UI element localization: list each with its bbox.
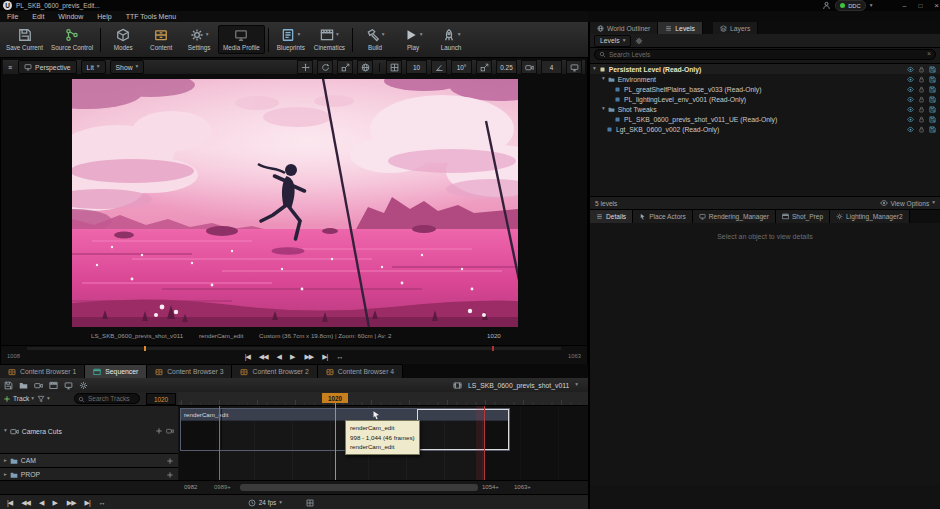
grid-snap-button[interactable] <box>386 60 402 74</box>
camera-speed-value[interactable]: 4 <box>541 60 562 74</box>
level-row-shot-tweaks[interactable]: ▾ Shot Tweaks <box>590 104 940 114</box>
seq-settings-icon[interactable] <box>79 381 88 390</box>
build-button[interactable]: ▾ Build <box>356 26 394 53</box>
scale-snap-button[interactable] <box>476 60 492 74</box>
vp-fast-back-button[interactable]: ◀◀ <box>257 352 270 361</box>
seq-loop-button[interactable]: ↔ <box>97 498 108 507</box>
viewport-options-icon[interactable]: ≡ <box>6 63 14 72</box>
lock-icon[interactable] <box>918 66 925 73</box>
save-level-icon[interactable] <box>929 86 936 93</box>
seq-save-icon[interactable] <box>4 381 13 390</box>
ddc-badge[interactable]: DDC <box>835 0 866 11</box>
expand-icon[interactable]: ▾ <box>602 106 605 112</box>
levels-search-input[interactable] <box>594 49 936 60</box>
save-level-icon[interactable] <box>929 126 936 133</box>
track-row-cam[interactable]: ▸ CAM <box>0 453 178 468</box>
play-button[interactable]: ▾ Play <box>394 26 432 53</box>
vp-loop-button[interactable]: ↔ <box>334 352 345 361</box>
vp-step-back-button[interactable]: ◀ <box>275 352 283 361</box>
visibility-icon[interactable] <box>907 126 914 133</box>
seq-save-as-icon[interactable] <box>19 381 28 390</box>
viewport-scrub-track[interactable] <box>27 347 561 350</box>
lock-icon[interactable] <box>918 126 925 133</box>
seq-render-movie-icon[interactable] <box>49 381 58 390</box>
lock-icon[interactable] <box>918 106 925 113</box>
add-track-button[interactable]: Track ▾ <box>3 395 34 403</box>
seq-fast-forward-button[interactable]: ▶▶ <box>65 498 78 507</box>
user-icon[interactable] <box>822 1 831 10</box>
playhead-line[interactable] <box>335 402 336 480</box>
rotation-snap-value[interactable]: 10° <box>451 60 472 74</box>
close-button[interactable]: × <box>930 1 940 10</box>
scale-tool-button[interactable] <box>337 60 353 74</box>
tab-details[interactable]: Details <box>590 210 633 223</box>
expand-icon[interactable]: ▾ <box>593 66 596 72</box>
levels-options-icon[interactable] <box>635 37 643 45</box>
current-frame-field[interactable]: 1020 <box>146 393 176 405</box>
tab-content-browser-4[interactable]: Content Browser 4 <box>318 364 403 378</box>
lock-icon[interactable] <box>918 76 925 83</box>
seq-step-back-button[interactable]: ◀ <box>37 498 45 507</box>
vp-play-button[interactable]: ▶ <box>288 352 297 361</box>
content-button[interactable]: Content <box>142 26 180 53</box>
prop-expand-icon[interactable]: ▸ <box>4 472 7 478</box>
vp-to-end-button[interactable]: ▶| <box>320 352 329 361</box>
visibility-icon[interactable] <box>907 66 914 73</box>
tab-levels[interactable]: Levels <box>658 22 703 34</box>
media-profile-button[interactable]: Media Profile <box>218 25 265 54</box>
viewport-scrub-handle[interactable] <box>144 346 146 351</box>
viewport[interactable]: ≡ Perspective Lit ▾ Show ▾ 10 10° <box>0 57 588 364</box>
translate-tool-button[interactable] <box>297 60 313 74</box>
cam-expand-icon[interactable]: ▸ <box>4 458 7 464</box>
minimize-button[interactable]: – <box>898 2 910 9</box>
level-row-lightinglevel[interactable]: PL_lightingLevel_env_v001 (Read-Only) <box>590 94 940 104</box>
rotation-snap-button[interactable] <box>431 60 447 74</box>
visibility-icon[interactable] <box>907 86 914 93</box>
view-options-button[interactable]: View Options ▾ <box>880 199 936 207</box>
cinematics-button[interactable]: ▾ Cinematics <box>310 26 349 53</box>
save-level-icon[interactable] <box>929 106 936 113</box>
lock-icon[interactable] <box>918 96 925 103</box>
tab-sequencer[interactable]: Sequencer <box>85 364 147 378</box>
rotate-tool-button[interactable] <box>317 60 333 74</box>
tab-content-browser-1[interactable]: Content Browser 1 <box>0 364 85 378</box>
lock-icon[interactable] <box>918 86 925 93</box>
tab-world-outliner[interactable]: World Outliner <box>590 22 658 34</box>
menu-ttf-tools[interactable]: TTF Tools Menu <box>119 13 183 20</box>
level-row-lgt[interactable]: Lgt_SKB_0600_v002 (Read-Only) <box>590 124 940 134</box>
selected-section-outline[interactable] <box>417 409 509 450</box>
launch-button[interactable]: ▾ Launch <box>432 26 470 53</box>
grid-snap-value[interactable]: 10 <box>406 60 427 74</box>
visibility-icon[interactable] <box>907 96 914 103</box>
tab-shot-prep[interactable]: Shot_Prep <box>776 210 830 223</box>
save-level-icon[interactable] <box>929 96 936 103</box>
visibility-icon[interactable] <box>907 106 914 113</box>
playhead-label[interactable]: 1020 <box>322 393 348 403</box>
menu-help[interactable]: Help <box>90 13 118 20</box>
seq-fast-back-button[interactable]: ◀◀ <box>19 498 32 507</box>
filters-button[interactable]: ▾ <box>37 395 50 403</box>
timeline-scrollbar[interactable] <box>240 484 478 491</box>
levels-menu-button[interactable]: Levels ▾ <box>594 35 631 47</box>
sequencer-ruler[interactable] <box>178 392 588 406</box>
seq-to-start-button[interactable]: |◀ <box>5 498 14 507</box>
save-current-button[interactable]: Save Current <box>2 26 47 53</box>
camera-cuts-expand-icon[interactable]: ▾ <box>4 428 7 434</box>
prop-add-icon[interactable] <box>166 471 174 479</box>
fps-dropdown[interactable]: 24 fps ▾ <box>248 499 282 507</box>
ddc-caret-icon[interactable]: ▾ <box>870 3 873 9</box>
level-row-greatshelfplains[interactable]: PL_greatShelfPlains_base_v033 (Read-Only… <box>590 84 940 94</box>
tab-lighting-manager[interactable]: Lighting_Manager2 <box>830 210 909 223</box>
camera-cuts-add-icon[interactable] <box>155 427 163 435</box>
tab-content-browser-3[interactable]: Content Browser 3 <box>147 364 232 378</box>
lock-icon[interactable] <box>918 116 925 123</box>
seq-play-button[interactable]: ▶ <box>50 498 59 507</box>
save-level-icon[interactable] <box>929 66 936 73</box>
track-row-camera-cuts[interactable]: ▾ Camera Cuts <box>0 424 178 438</box>
playback-start-marker[interactable] <box>219 406 220 480</box>
visibility-icon[interactable] <box>907 76 914 83</box>
sequencer-breadcrumb[interactable]: LS_SKB_0600_previs_shot_v011 <box>468 382 569 389</box>
seq-edits-icon[interactable] <box>64 381 73 390</box>
show-dropdown[interactable]: Show ▾ <box>110 60 145 74</box>
viewport-scene[interactable] <box>72 79 518 327</box>
